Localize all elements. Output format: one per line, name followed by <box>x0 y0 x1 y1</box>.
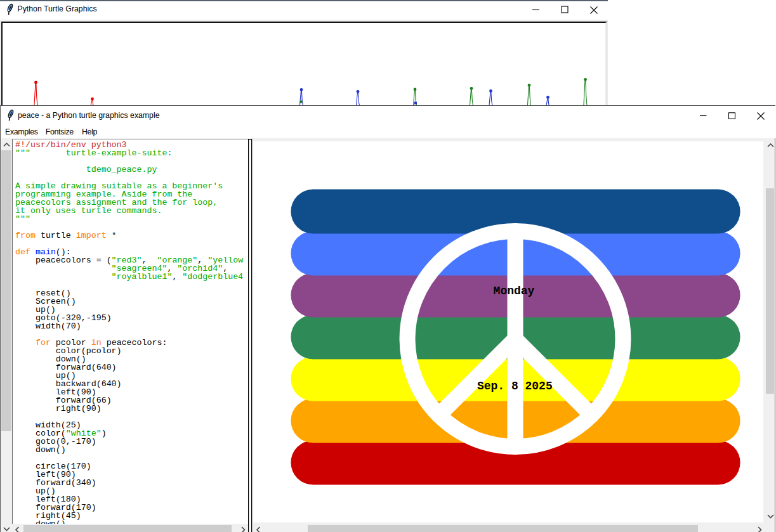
svg-text:Monday: Monday <box>494 285 535 297</box>
svg-text:Sep. 8 2025: Sep. 8 2025 <box>477 380 553 393</box>
